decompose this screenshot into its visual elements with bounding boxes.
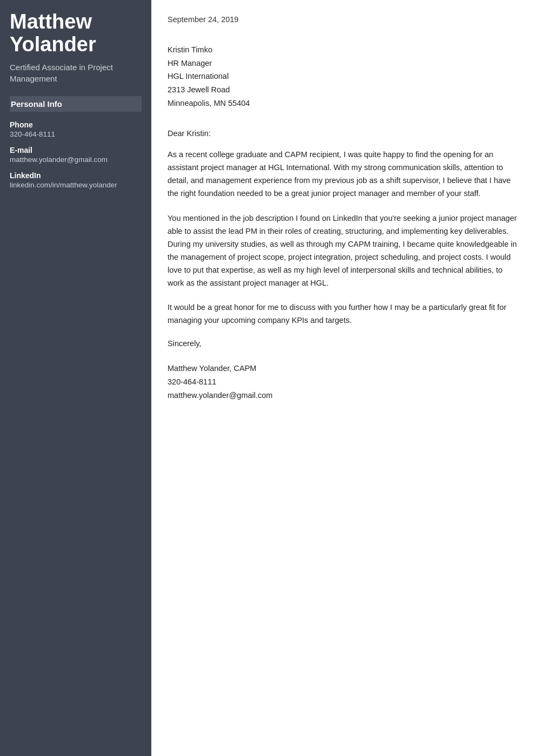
applicant-title: Certified Associate in Project Managemen… bbox=[10, 62, 142, 84]
email-info: E-mail matthew.yolander@gmail.com bbox=[10, 146, 142, 164]
linkedin-value: linkedin.com/in/matthew.yolander bbox=[10, 181, 142, 189]
letter-paragraph-1: As a recent college graduate and CAPM re… bbox=[168, 148, 519, 200]
applicant-name: Matthew Yolander bbox=[10, 11, 142, 56]
sidebar: Matthew Yolander Certified Associate in … bbox=[0, 0, 151, 756]
recipient-block: Kristin Timko HR Manager HGL Internation… bbox=[168, 43, 519, 110]
signature-phone: 320-464-8111 bbox=[168, 375, 519, 389]
phone-value: 320-464-8111 bbox=[10, 130, 142, 138]
linkedin-label: LinkedIn bbox=[10, 171, 142, 180]
recipient-city: Minneapolis, MN 55404 bbox=[168, 97, 519, 110]
letter-date: September 24, 2019 bbox=[168, 15, 519, 24]
letter-signature: Matthew Yolander, CAPM 320-464-8111 matt… bbox=[168, 362, 519, 402]
letter-body: September 24, 2019 Kristin Timko HR Mana… bbox=[151, 0, 535, 756]
linkedin-info: LinkedIn linkedin.com/in/matthew.yolande… bbox=[10, 171, 142, 189]
recipient-company: HGL International bbox=[168, 70, 519, 83]
phone-label: Phone bbox=[10, 120, 142, 129]
letter-paragraph-3: It would be a great honor for me to disc… bbox=[168, 301, 519, 327]
phone-info: Phone 320-464-8111 bbox=[10, 120, 142, 138]
recipient-name: Kristin Timko bbox=[168, 43, 519, 57]
personal-info-header: Personal Info bbox=[10, 96, 142, 112]
email-label: E-mail bbox=[10, 146, 142, 154]
signature-name: Matthew Yolander, CAPM bbox=[168, 362, 519, 375]
recipient-address: 2313 Jewell Road bbox=[168, 83, 519, 97]
letter-salutation: Dear Kristin: bbox=[168, 129, 519, 138]
letter-closing: Sincerely, bbox=[168, 339, 519, 348]
letter-paragraph-2: You mentioned in the job description I f… bbox=[168, 212, 519, 290]
signature-email: matthew.yolander@gmail.com bbox=[168, 389, 519, 402]
recipient-title: HR Manager bbox=[168, 57, 519, 70]
email-value: matthew.yolander@gmail.com bbox=[10, 156, 142, 164]
